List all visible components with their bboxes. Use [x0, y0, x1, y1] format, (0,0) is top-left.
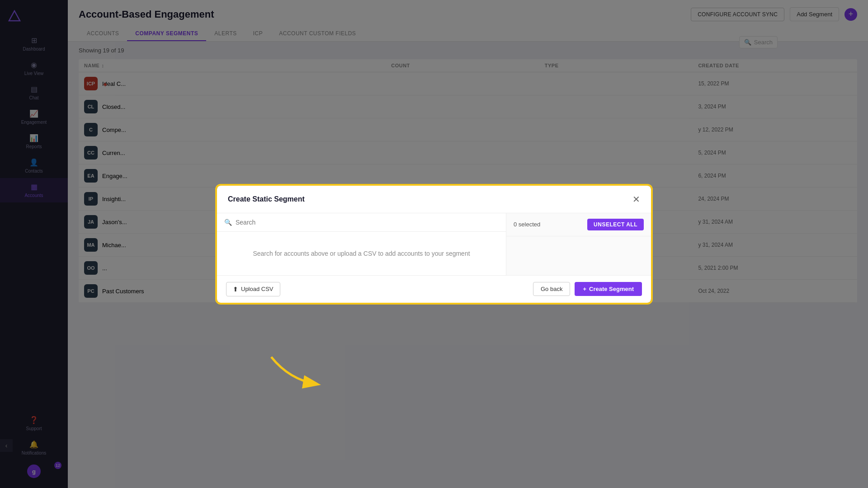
dialog-search-bar: 🔍 — [217, 213, 506, 232]
upload-icon: ⬆ — [233, 286, 238, 293]
dialog-close-button[interactable]: ✕ — [632, 194, 640, 205]
dialog-selected-header: 0 selected UNSELECT ALL — [506, 213, 651, 236]
upload-csv-button[interactable]: ⬆ Upload CSV — [226, 282, 280, 296]
segment-search-input[interactable] — [236, 219, 499, 226]
dialog-body: 🔍 Search for accounts above or upload a … — [217, 213, 651, 275]
dialog-footer: ⬆ Upload CSV Go back + Create Segment — [217, 275, 651, 303]
modal-overlay: Create Static Segment ✕ 🔍 Search for acc… — [0, 0, 868, 488]
dialog-selected-panel: 0 selected UNSELECT ALL — [506, 213, 651, 275]
search-icon: 🔍 — [224, 219, 232, 226]
go-back-button[interactable]: Go back — [533, 282, 570, 296]
arrow-annotation — [262, 352, 335, 398]
create-segment-button[interactable]: + Create Segment — [575, 282, 642, 296]
create-segment-label: Create Segment — [589, 286, 634, 292]
dialog-empty-message: Search for accounts above or upload a CS… — [217, 232, 506, 275]
dialog-footer-right: Go back + Create Segment — [533, 282, 642, 296]
create-segment-dialog: Create Static Segment ✕ 🔍 Search for acc… — [217, 186, 651, 303]
dialog-title: Create Static Segment — [228, 195, 305, 203]
selected-count: 0 selected — [514, 221, 540, 228]
unselect-all-button[interactable]: UNSELECT ALL — [587, 219, 644, 230]
dialog-header: Create Static Segment ✕ — [217, 186, 651, 213]
dialog-search-panel: 🔍 Search for accounts above or upload a … — [217, 213, 506, 275]
plus-icon: + — [583, 286, 586, 292]
